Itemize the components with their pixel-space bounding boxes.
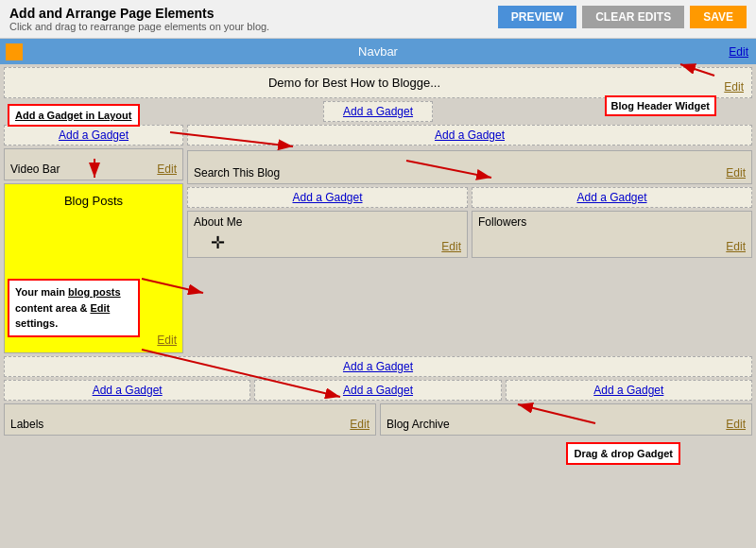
blog-header-edit-area: Edit: [704, 68, 751, 97]
labels-edit[interactable]: Edit: [350, 418, 369, 431]
mid-right-add-box: Add a Gadget: [472, 187, 752, 208]
mid-right-add-link[interactable]: Add a Gadget: [576, 191, 646, 204]
mid-left-add-box: Add a Gadget: [187, 187, 468, 208]
followers-edit[interactable]: Edit: [726, 240, 746, 253]
full-add-gadget-box: Add a Gadget: [4, 356, 752, 377]
about-me-edit[interactable]: Edit: [441, 240, 461, 253]
bottom-add-row: Add a Gadget Add a Gadget Add a Gadget: [4, 380, 752, 401]
layout-area: Navbar Edit Demo for Best How to Blogge.…: [0, 39, 756, 436]
blog-header-edit-link[interactable]: Edit: [724, 80, 744, 94]
video-bar-edit[interactable]: Edit: [157, 163, 177, 176]
full-add-gadget-link[interactable]: Add a Gadget: [343, 360, 413, 373]
bottom-add1-box: Add a Gadget: [4, 380, 250, 401]
center-add-gadget-link[interactable]: Add a Gadget: [435, 128, 505, 142]
save-button[interactable]: SAVE: [690, 6, 747, 28]
drag-drop-callout: Drag & drop Gadget: [566, 442, 680, 465]
blog-header-callout: Blog Header Widget: [605, 95, 716, 116]
top-bar: Add and Arrange Page Elements Click and …: [0, 0, 756, 39]
preview-button[interactable]: PREVIEW: [498, 6, 576, 28]
about-me-label: About Me: [194, 215, 242, 229]
followers-label: Followers: [478, 215, 746, 229]
bottom-add3-link[interactable]: Add a Gadget: [593, 384, 663, 397]
video-bar-label: Video Bar: [10, 163, 60, 176]
video-bar-widget: Video Bar Edit: [4, 148, 183, 180]
search-blog-label: Search This Blog: [194, 166, 280, 180]
blog-posts-edit-area: Edit: [157, 334, 177, 347]
top-bar-actions: PREVIEW CLEAR EDITS SAVE: [498, 6, 747, 28]
search-blog-widget: Search This Blog Edit: [187, 150, 752, 184]
center-right-add-gadget-box: Add a Gadget: [187, 125, 752, 146]
mid-add-row: Add a Gadget Add a Gadget: [187, 187, 752, 208]
bottom-add3-box: Add a Gadget: [506, 380, 752, 401]
page-title: Add and Arrange Page Elements: [9, 6, 269, 21]
bottom-add1-link[interactable]: Add a Gadget: [93, 384, 163, 397]
about-me-widget: About Me ✛ Edit: [187, 211, 468, 258]
about-followers-row: About Me ✛ Edit Followers Edit: [187, 211, 752, 258]
add-gadget-layout-callout: Add a Gadget in Layout: [8, 104, 140, 127]
left-add-gadget-link[interactable]: Add a Gadget: [59, 128, 129, 142]
bottom-add2-box: Add a Gadget: [254, 380, 501, 401]
navbar-edit-link[interactable]: Edit: [729, 45, 748, 59]
search-blog-edit[interactable]: Edit: [726, 166, 746, 180]
left-add-gadget-box: Add a Gadget: [4, 125, 183, 146]
footer-row: Labels Edit Blog Archive Edit: [4, 403, 752, 436]
labels-label: Labels: [10, 418, 43, 431]
bottom-add2-link[interactable]: Add a Gadget: [343, 384, 413, 397]
right-content: Add a Gadget Search This Blog Edit Add a…: [187, 125, 752, 353]
blog-posts-edit-link[interactable]: Edit: [157, 334, 177, 347]
blog-archive-label: Blog Archive: [387, 418, 450, 431]
followers-edit-area: Edit: [478, 240, 746, 253]
about-me-content: About Me ✛: [194, 215, 242, 253]
labels-widget: Labels Edit: [4, 403, 376, 436]
blog-archive-widget: Blog Archive Edit: [380, 403, 752, 436]
page-subtitle: Click and drag to rearrange page element…: [9, 21, 269, 32]
blog-header-section: Demo for Best How to Blogge... Edit: [4, 67, 752, 98]
top-add-gadget-box: Add a Gadget: [323, 101, 433, 122]
blog-header-demo-text: Demo for Best How to Blogge...: [5, 68, 704, 97]
move-icon: ✛: [211, 232, 225, 253]
mid-left-add-link[interactable]: Add a Gadget: [292, 191, 362, 204]
blog-archive-edit[interactable]: Edit: [726, 418, 746, 431]
main-blog-callout: Your main blog posts content area & Edit…: [8, 279, 140, 337]
followers-widget: Followers Edit: [472, 211, 752, 258]
top-bar-left: Add and Arrange Page Elements Click and …: [9, 6, 269, 32]
navbar-icon: [6, 43, 23, 60]
navbar-label: Navbar: [358, 44, 398, 59]
navbar-row: Navbar Edit: [0, 39, 756, 64]
blog-posts-label: Blog Posts: [64, 194, 123, 208]
clear-edits-button[interactable]: CLEAR EDITS: [582, 6, 684, 28]
top-add-gadget-link[interactable]: Add a Gadget: [343, 105, 413, 118]
